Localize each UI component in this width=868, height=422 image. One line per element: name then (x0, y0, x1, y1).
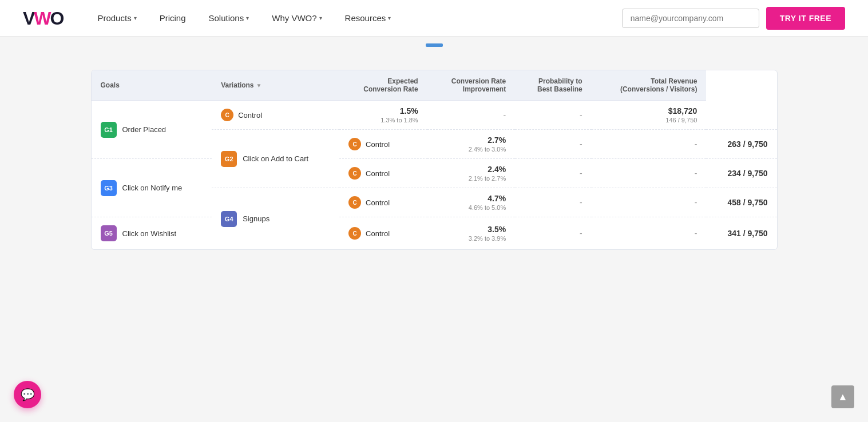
variation-cell: C Control (212, 101, 339, 130)
top-indicator (0, 37, 868, 47)
ecr-cell: 3.5%3.2% to 3.9% (427, 217, 516, 250)
chevron-down-icon: ▾ (388, 15, 391, 21)
probability-dash: - (695, 229, 697, 238)
goal-label: G5 Click on Wishlist (101, 225, 203, 241)
ecr-range: 3.2% to 3.9% (437, 235, 506, 242)
th-probability: Probability toBest Baseline (515, 70, 591, 101)
improvement-dash: - (504, 110, 506, 120)
indicator-bar (426, 43, 443, 47)
improvement-cell: - (515, 159, 591, 188)
revenue-cell: $18,720146 / 9,750 (592, 101, 707, 130)
probability-cell: - (592, 159, 707, 188)
table-card: Goals Variations ▼ ExpectedConversion Ra… (91, 70, 778, 250)
goal-cell: G5 Click on Wishlist (92, 217, 212, 250)
goal-label: G4 Signups (221, 211, 330, 227)
variation-cell: C Control (339, 217, 427, 250)
results-table: Goals Variations ▼ ExpectedConversion Ra… (92, 70, 777, 249)
th-variations: Variations ▼ (212, 70, 339, 101)
goal-name: Signups (243, 214, 269, 223)
nav-item-products[interactable]: Products ▾ (86, 0, 148, 37)
revenue-cell: 263 / 9,750 (706, 130, 776, 159)
nav-item-why-vwo[interactable]: Why VWO? ▾ (260, 0, 333, 37)
variation-name: Control (366, 140, 390, 149)
goal-badge: G5 (101, 225, 117, 241)
goal-name: Click on Notify me (122, 184, 183, 192)
variation-cell: C Control (339, 188, 427, 217)
goal-cell: G3 Click on Notify me (92, 159, 212, 217)
control-badge: C (348, 138, 361, 150)
goal-label: G1 Order Placed (101, 122, 203, 138)
try-it-free-button[interactable]: TRY IT FREE (766, 7, 845, 30)
improvement-cell: - (515, 188, 591, 217)
table-row: G5 Click on Wishlist C Control 3.5%3.2% … (92, 217, 777, 250)
improvement-dash: - (580, 198, 582, 207)
nav-links: Products ▾ Pricing Solutions ▾ Why VWO? … (86, 0, 621, 37)
th-cri: Conversion RateImprovement (427, 70, 516, 101)
control-badge: C (348, 167, 361, 180)
goal-badge: G1 (101, 122, 117, 138)
control-badge: C (348, 196, 361, 209)
control-badge: C (348, 227, 361, 240)
navbar: VWO Products ▾ Pricing Solutions ▾ Why V… (0, 0, 868, 37)
revenue-main: 341 / 9,750 (715, 229, 767, 238)
main-content: Goals Variations ▼ ExpectedConversion Ra… (0, 47, 868, 273)
improvement-dash: - (580, 169, 582, 178)
table-header: Goals Variations ▼ ExpectedConversion Ra… (92, 70, 777, 101)
ecr-main: 4.7% (437, 194, 506, 203)
goal-label: G3 Click on Notify me (101, 180, 203, 196)
ecr-range: 1.3% to 1.8% (348, 117, 418, 124)
probability-cell: - (515, 101, 591, 130)
revenue-sub: 146 / 9,750 (601, 117, 697, 124)
ecr-main: 1.5% (348, 106, 418, 116)
ecr-range: 2.1% to 2.7% (437, 175, 506, 182)
goal-cell: G2 Click on Add to Cart (212, 130, 339, 188)
revenue-main: 263 / 9,750 (715, 140, 767, 149)
probability-cell: - (592, 217, 707, 250)
control-badge: C (221, 109, 233, 121)
variation-cell: C Control (339, 159, 427, 188)
email-input[interactable] (622, 9, 759, 28)
probability-dash: - (695, 198, 697, 207)
improvement-dash: - (580, 229, 582, 238)
th-revenue: Total Revenue(Conversions / Visitors) (592, 70, 707, 101)
probability-cell: - (592, 188, 707, 217)
table-body: G1 Order Placed C Control 1.5%1.3% to 1.… (92, 101, 777, 250)
ecr-range: 2.4% to 3.0% (437, 146, 506, 153)
variation-name: Control (366, 229, 390, 238)
th-ecr: ExpectedConversion Rate (339, 70, 427, 101)
table-row: G1 Order Placed C Control 1.5%1.3% to 1.… (92, 101, 777, 130)
nav-item-pricing[interactable]: Pricing (148, 0, 197, 37)
improvement-cell: - (515, 217, 591, 250)
revenue-main: 234 / 9,750 (715, 169, 767, 178)
goal-badge: G3 (101, 180, 117, 196)
goal-badge: G2 (221, 151, 237, 167)
goal-badge: G4 (221, 211, 237, 227)
goal-cell: G4 Signups (212, 188, 339, 250)
ecr-main: 2.7% (437, 136, 506, 145)
ecr-range: 4.6% to 5.0% (437, 204, 506, 211)
goal-name: Click on Wishlist (122, 229, 177, 238)
nav-item-solutions[interactable]: Solutions ▾ (197, 0, 261, 37)
table-row: G3 Click on Notify me C Control 2.4%2.1%… (92, 159, 777, 188)
revenue-main: $18,720 (601, 106, 697, 116)
chevron-down-icon: ▾ (134, 15, 137, 21)
chevron-down-icon: ▾ (246, 15, 249, 21)
variation-name: Control (238, 111, 262, 120)
probability-dash: - (580, 110, 582, 120)
nav-item-resources[interactable]: Resources ▾ (334, 0, 403, 37)
revenue-cell: 341 / 9,750 (706, 217, 776, 250)
filter-icon[interactable]: ▼ (256, 82, 262, 89)
variation-cell: C Control (339, 130, 427, 159)
revenue-main: 458 / 9,750 (715, 198, 767, 207)
ecr-cell: 1.5%1.3% to 1.8% (339, 101, 427, 130)
th-goals: Goals (92, 70, 212, 101)
goal-name: Order Placed (122, 125, 167, 134)
logo[interactable]: VWO (23, 9, 63, 27)
ecr-cell: 4.7%4.6% to 5.0% (427, 188, 516, 217)
goal-cell: G1 Order Placed (92, 101, 212, 159)
probability-cell: - (592, 130, 707, 159)
variation-name: Control (366, 169, 390, 178)
improvement-dash: - (580, 140, 582, 149)
goal-label: G2 Click on Add to Cart (221, 151, 330, 167)
ecr-cell: 2.7%2.4% to 3.0% (427, 130, 516, 159)
